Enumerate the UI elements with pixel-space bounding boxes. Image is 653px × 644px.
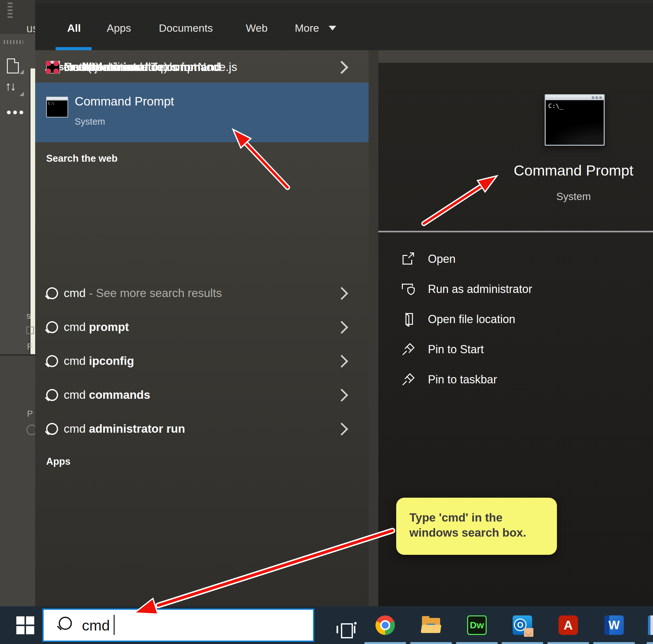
new-document-icon[interactable]	[7, 58, 19, 73]
pin-icon	[401, 342, 415, 357]
best-match-subtitle: System	[75, 117, 105, 127]
annotation-callout: Type 'cmd' in the windows search box.	[396, 498, 557, 555]
open-file-location-icon	[401, 312, 415, 327]
search-icon	[46, 321, 58, 333]
file-explorer-icon[interactable]	[421, 615, 441, 635]
search-icon	[46, 389, 58, 401]
cmd-window-icon-large: C:\_	[545, 94, 605, 146]
partial-app-icon[interactable]	[648, 615, 653, 635]
tab-more[interactable]: More	[295, 22, 319, 34]
chevron-right-icon[interactable]	[335, 61, 348, 73]
best-match-title: Command Prompt	[75, 95, 174, 108]
action-run-as-administrator[interactable]: Run as administrator	[401, 274, 653, 304]
sort-arrows-icon[interactable]: ↑↓	[5, 79, 15, 93]
preview-subtitle: System	[378, 191, 653, 202]
background-checkbox-fragment	[26, 327, 34, 334]
chevron-down-icon[interactable]	[329, 26, 336, 30]
running-indicator	[456, 642, 498, 644]
running-indicator	[364, 642, 406, 644]
tab-apps[interactable]: Apps	[107, 22, 131, 34]
taskbar: cmd Dw O A W	[0, 606, 653, 644]
background-panel-lower	[0, 356, 35, 644]
more-options-ellipsis-icon[interactable]	[7, 111, 23, 114]
text-caret	[114, 615, 115, 635]
chevron-right-icon[interactable]	[335, 388, 348, 401]
tab-web[interactable]: Web	[246, 22, 267, 34]
tab-all[interactable]: All	[67, 22, 81, 34]
flyout-corner-triangle-icon	[20, 70, 24, 74]
web-suggestion-row[interactable]: cmd commands	[35, 378, 368, 412]
word-icon[interactable]: W	[604, 615, 624, 635]
section-header-search-the-web: Search the web	[46, 153, 117, 164]
web-suggestion-row[interactable]: cmd - See more search results	[35, 276, 368, 310]
search-flyout-tabstrip: All Apps Documents Web More	[35, 3, 653, 50]
running-indicator	[410, 642, 452, 644]
outlook-icon[interactable]: O	[513, 615, 532, 635]
task-view-icon[interactable]	[337, 621, 357, 642]
section-header-apps: Apps	[46, 456, 71, 467]
run-admin-shield-icon	[401, 282, 415, 296]
acrobat-reader-icon[interactable]: A	[558, 615, 578, 635]
search-input[interactable]: cmd	[82, 617, 110, 634]
taskbar-search-box[interactable]: cmd	[42, 609, 314, 642]
pin-icon	[401, 373, 415, 387]
background-text-fragment: P	[27, 409, 33, 419]
background-text-fragment: F	[27, 342, 32, 352]
preview-title: Command Prompt	[378, 162, 653, 179]
preview-divider	[378, 231, 653, 232]
action-pin-to-taskbar[interactable]: Pin to taskbar	[401, 364, 653, 395]
best-match-result-command-prompt[interactable]: C:\ Command Prompt System	[35, 82, 368, 142]
panel-drag-handle[interactable]	[7, 2, 13, 19]
chevron-right-icon[interactable]	[335, 287, 348, 300]
preview-actions: Open Run as administrator Open file loca…	[401, 244, 653, 395]
dreamweaver-icon[interactable]: Dw	[467, 615, 487, 635]
search-icon	[46, 423, 58, 435]
open-icon	[401, 252, 415, 266]
search-icon	[59, 617, 72, 630]
background-text-fragment: s	[26, 311, 31, 321]
perl-dots-icon	[46, 61, 59, 74]
active-tab-underline	[55, 47, 92, 50]
web-suggestion-row[interactable]: cmd administrator run	[35, 412, 368, 446]
screen: us. ↑↓ s F P All Apps Documents Web More…	[0, 0, 653, 644]
chevron-right-icon[interactable]	[335, 422, 348, 435]
app-result-perl-command-line[interactable]: Perl (command line)	[35, 50, 368, 84]
running-indicator	[594, 642, 635, 644]
chrome-icon[interactable]	[376, 615, 395, 635]
chevron-right-icon[interactable]	[335, 320, 348, 333]
search-results-panel: Best match C:\ Command Prompt System Sea…	[35, 50, 368, 606]
cmd-window-icon: C:\	[46, 97, 68, 117]
running-indicator	[502, 642, 543, 644]
action-open-file-location[interactable]: Open file location	[401, 304, 653, 334]
search-icon	[46, 287, 58, 299]
panel-grip-icon[interactable]	[4, 40, 23, 44]
panel-gap-band	[368, 50, 378, 606]
running-indicator	[548, 642, 589, 644]
tab-documents[interactable]: Documents	[159, 22, 213, 34]
running-indicator	[647, 642, 653, 644]
start-button-windows-icon[interactable]	[16, 616, 34, 635]
background-app-strip: us. ↑↓ s F P	[0, 0, 35, 644]
chevron-right-icon[interactable]	[335, 355, 348, 367]
action-pin-to-start[interactable]: Pin to Start	[401, 334, 653, 364]
search-icon	[46, 355, 58, 367]
web-suggestion-row[interactable]: cmd ipconfig	[35, 344, 368, 378]
callout-line-2: windows search box.	[409, 526, 526, 539]
callout-line-1: Type 'cmd' in the	[409, 511, 503, 524]
action-open[interactable]: Open	[401, 244, 653, 274]
flyout-corner-triangle-icon	[20, 92, 24, 96]
web-suggestion-row[interactable]: cmd prompt	[35, 310, 368, 344]
